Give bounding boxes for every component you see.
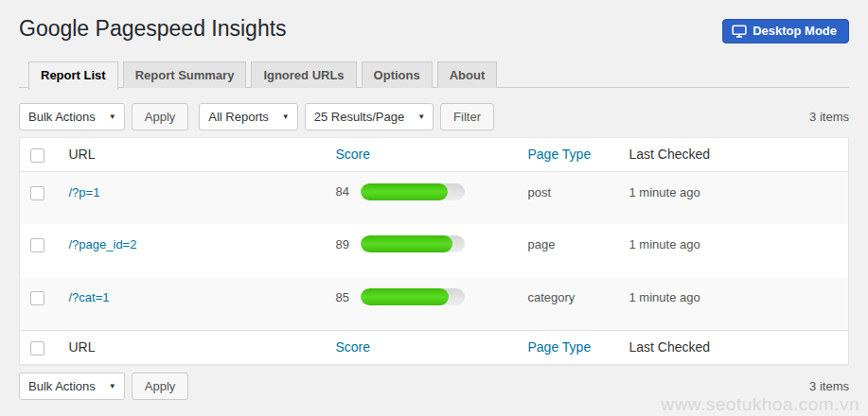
column-header-last-checked: Last Checked (622, 138, 849, 172)
score-bar-fill (361, 183, 448, 200)
tab-ignored-urls[interactable]: Ignored URLs (251, 61, 356, 88)
column-footer-score[interactable]: Score (336, 339, 371, 355)
page-title: Google Pagespeed Insights (19, 14, 287, 43)
results-per-page-select[interactable]: 25 Results/Page ▼ (305, 103, 434, 130)
toolbar-bottom: Bulk Actions ▼ Apply 3 items (19, 373, 849, 400)
items-count-bottom: 3 items (809, 379, 849, 393)
page-header: Google Pagespeed Insights Desktop Mode (19, 14, 849, 43)
score-value: 84 (336, 184, 361, 199)
url-link[interactable]: /?cat=1 (69, 290, 110, 304)
row-checkbox[interactable] (30, 291, 44, 305)
bulk-actions-value: Bulk Actions (28, 379, 96, 393)
select-all-checkbox-bottom[interactable] (30, 341, 44, 355)
report-filter-select[interactable]: All Reports ▼ (199, 103, 298, 130)
page-type-value: page (521, 224, 622, 277)
column-header-score[interactable]: Score (336, 147, 371, 162)
column-footer-url: URL (62, 330, 328, 364)
last-checked-value: 1 minute ago (622, 224, 849, 277)
apply-button-bottom[interactable]: Apply (132, 373, 189, 400)
report-table: URL Score Page Type Last Checked /?p=184… (19, 137, 849, 365)
page-type-value: category (521, 277, 622, 330)
table-row: /?p=184post1 minute ago (20, 171, 849, 224)
score-value: 89 (336, 237, 361, 251)
report-filter-value: All Reports (208, 110, 269, 124)
tab-about[interactable]: About (437, 61, 498, 88)
tab-bar: Report ListReport SummaryIgnored URLsOpt… (19, 61, 849, 88)
report-table-body: /?p=184post1 minute ago/?page_id=289page… (20, 171, 849, 330)
desktop-monitor-icon (732, 25, 747, 38)
bulk-actions-select-bottom[interactable]: Bulk Actions ▼ (19, 373, 125, 400)
tab-report-list[interactable]: Report List (28, 61, 118, 90)
apply-button[interactable]: Apply (132, 103, 189, 130)
bulk-actions-value: Bulk Actions (28, 110, 96, 124)
last-checked-value: 1 minute ago (622, 171, 849, 224)
score-bar (361, 183, 465, 200)
caret-down-icon: ▼ (109, 382, 116, 390)
results-per-page-value: 25 Results/Page (314, 110, 404, 124)
page-type-value: post (521, 171, 622, 224)
desktop-mode-button[interactable]: Desktop Mode (722, 19, 849, 43)
url-link[interactable]: /?p=1 (69, 185, 100, 199)
table-row: /?page_id=289page1 minute ago (20, 224, 849, 277)
row-checkbox[interactable] (30, 186, 44, 200)
tab-report-summary[interactable]: Report Summary (123, 61, 247, 88)
bulk-actions-select[interactable]: Bulk Actions ▼ (19, 103, 125, 130)
table-row: /?cat=185category1 minute ago (20, 277, 849, 330)
select-all-checkbox-top[interactable] (30, 148, 44, 163)
tab-options[interactable]: Options (362, 61, 433, 88)
caret-down-icon: ▼ (109, 113, 116, 121)
score-bar-fill (361, 288, 450, 305)
last-checked-value: 1 minute ago (622, 277, 849, 330)
page-wrap: Google Pagespeed Insights Desktop Mode R… (0, 14, 868, 400)
desktop-mode-label: Desktop Mode (753, 24, 837, 38)
column-footer-last-checked: Last Checked (622, 330, 849, 364)
score-bar (361, 235, 465, 252)
column-header-url: URL (62, 138, 328, 172)
filter-button[interactable]: Filter (440, 103, 494, 130)
caret-down-icon: ▼ (417, 113, 425, 121)
column-footer-page-type[interactable]: Page Type (528, 339, 592, 355)
table-header: URL Score Page Type Last Checked (20, 138, 849, 172)
score-bar-fill (361, 235, 453, 252)
toolbar-top: Bulk Actions ▼ Apply All Reports ▼ 25 Re… (19, 103, 849, 130)
url-link[interactable]: /?page_id=2 (69, 237, 137, 251)
column-header-page-type[interactable]: Page Type (528, 147, 592, 162)
score-bar (361, 288, 465, 305)
score-value: 85 (336, 290, 361, 304)
items-count-top: 3 items (809, 110, 849, 124)
caret-down-icon: ▼ (282, 113, 290, 121)
table-footer: URL Score Page Type Last Checked (20, 330, 849, 364)
row-checkbox[interactable] (30, 238, 44, 252)
